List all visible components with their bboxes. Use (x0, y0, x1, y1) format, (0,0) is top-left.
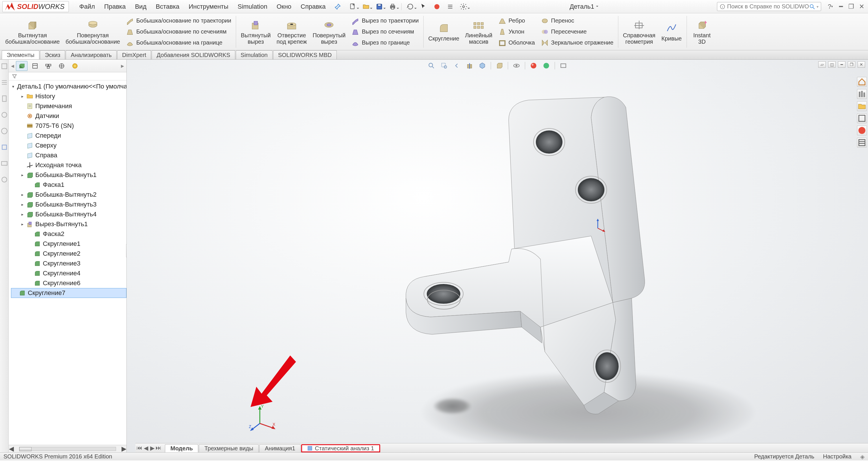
config-tab[interactable] (42, 61, 54, 71)
tp-design-lib-icon[interactable] (1, 79, 8, 86)
menu-view[interactable]: Вид (130, 1, 151, 12)
tree-filter[interactable] (9, 72, 126, 81)
tab-3d-views[interactable]: Трехмерные виды (199, 444, 259, 452)
tree-item[interactable]: ▸Бобышка-Вытянуть2 (11, 190, 126, 199)
rib-button[interactable]: Ребро (495, 15, 538, 26)
tp-appearance-icon[interactable] (1, 127, 8, 135)
display-style-icon[interactable] (495, 61, 504, 70)
tab-animation[interactable]: Анимация1 (259, 444, 301, 452)
tree-item[interactable]: Скругление2 (11, 249, 126, 258)
print-icon[interactable] (388, 2, 397, 11)
tp-drawing-icon[interactable] (1, 144, 8, 151)
doc-min-button[interactable]: ━ (838, 61, 845, 68)
menu-help[interactable]: Справка (296, 1, 330, 12)
view-orient-icon[interactable] (478, 61, 487, 70)
boundary-boss-button[interactable]: Бобышка/основание на границе (123, 37, 234, 48)
tree-item[interactable]: ▸Бобышка-Вытянуть1 (11, 170, 126, 180)
tree-root[interactable]: ▾ Деталь1 (По умолчанию<<По умолчан (11, 82, 126, 91)
tp-palette-icon[interactable] (857, 114, 867, 123)
linear-pattern-button[interactable]: Линейный массив (462, 14, 495, 49)
appearance-icon[interactable] (529, 61, 538, 70)
intersect-button[interactable]: Пересечение (538, 26, 617, 37)
hide-show-icon[interactable] (512, 61, 521, 70)
tree-item[interactable]: Фаска2 (11, 229, 126, 239)
model-bracket[interactable] (384, 74, 703, 421)
tp-home-icon[interactable] (857, 77, 867, 87)
new-icon[interactable] (348, 2, 357, 11)
tree-item[interactable]: Скругление1 (11, 239, 126, 249)
tree-item[interactable]: ▸Бобышка-Вытянуть3 (11, 199, 126, 210)
tree-item[interactable]: Скругление7 (11, 288, 126, 298)
scene-icon[interactable] (542, 61, 551, 70)
close-button[interactable]: ✕ (858, 3, 866, 11)
select-icon[interactable] (419, 2, 428, 11)
options-list-icon[interactable] (445, 2, 455, 11)
status-custom[interactable]: Настройка (823, 453, 851, 460)
tab-evaluate[interactable]: Анализировать (66, 50, 117, 59)
tp-view-icon[interactable] (1, 111, 8, 119)
zoom-fit-icon[interactable] (427, 61, 436, 70)
options-color-icon[interactable] (432, 2, 441, 11)
doc-close-button[interactable]: ✕ (858, 61, 865, 68)
help-icon[interactable]: ?▾ (826, 3, 834, 11)
doc-split-button[interactable]: ◫ (828, 61, 836, 68)
extruded-boss-button[interactable]: Вытянутая бобышка/основание (2, 14, 62, 49)
maximize-button[interactable]: ❐ (847, 3, 855, 11)
graphics-viewport[interactable]: ▱ ◫ ━ ❐ ✕ (127, 60, 868, 452)
tab-model[interactable]: Модель (165, 444, 198, 452)
doc-popup-button[interactable]: ▱ (818, 61, 826, 68)
feature-tree-tab[interactable] (16, 61, 28, 71)
revolved-cut-button[interactable]: Повернутый вырез (310, 14, 349, 49)
tab-elements[interactable]: Элементы (2, 50, 39, 59)
tab-mbd[interactable]: SOLIDWORKS MBD (273, 50, 337, 59)
menu-insert[interactable]: Вставка (151, 1, 184, 12)
lofted-cut-button[interactable]: Вырез по сечениям (348, 26, 422, 37)
open-icon[interactable] (361, 2, 371, 11)
mirror-button[interactable]: Зеркальное отражение (538, 37, 617, 48)
dimxpert-tab[interactable] (56, 61, 67, 71)
tp-appear-icon[interactable] (857, 126, 867, 135)
search-icon[interactable] (809, 3, 815, 10)
pin-icon[interactable] (333, 2, 342, 11)
doc-max-button[interactable]: ❐ (848, 61, 855, 68)
rebuild-icon[interactable] (406, 2, 415, 11)
tree-item[interactable]: Датчики (11, 111, 126, 121)
boundary-cut-button[interactable]: Вырез по границе (348, 37, 422, 48)
minimize-button[interactable]: ━ (837, 3, 845, 11)
tab-addins[interactable]: Добавления SOLIDWORKS (152, 50, 235, 59)
tree-item[interactable]: ▸Вырез-Вытянуть1 (11, 219, 126, 229)
tree-item[interactable]: Сверху (11, 140, 126, 150)
tab-prev-icon[interactable]: ◀ (143, 445, 149, 451)
swept-boss-button[interactable]: Бобышка/основание по траектории (123, 15, 234, 26)
render-icon[interactable] (559, 61, 568, 70)
menu-window[interactable]: Окно (272, 1, 296, 12)
zoom-area-icon[interactable] (440, 61, 448, 70)
tab-next-icon[interactable]: ▶ (149, 445, 155, 451)
menu-simulation[interactable]: Simulation (233, 1, 272, 12)
tp-display-icon[interactable] (1, 160, 8, 167)
save-icon[interactable] (375, 2, 384, 11)
fillet-button[interactable]: Скругление (425, 14, 462, 49)
tp-library-icon[interactable] (857, 89, 867, 99)
tree-item[interactable]: Скругление3 (11, 258, 126, 269)
menu-tools[interactable]: Инструменты (184, 1, 233, 12)
tp-explorer-icon[interactable] (857, 101, 867, 111)
shell-button[interactable]: Оболочка (495, 37, 538, 48)
instant3d-button[interactable]: Instant 3D (689, 14, 715, 49)
help-search[interactable]: ▾ (717, 2, 821, 11)
reference-geometry-button[interactable]: Справочная геометрия (620, 14, 658, 49)
panel-hscroll[interactable]: ◀▶ (9, 445, 126, 452)
status-menu-icon[interactable]: ◈ (860, 453, 865, 460)
tree-item[interactable]: Фаска1 (11, 180, 126, 190)
tp-forum-icon[interactable] (1, 176, 8, 183)
tree-item[interactable]: Исходная точка (11, 160, 126, 170)
settings-icon[interactable] (459, 2, 468, 11)
curves-button[interactable]: Кривые (658, 14, 685, 49)
tab-last-icon[interactable]: ⏭ (156, 445, 161, 451)
lofted-boss-button[interactable]: Бобышка/основание по сечениям (123, 26, 234, 37)
tp-prop-icon[interactable] (857, 138, 867, 148)
tp-file-icon[interactable] (1, 95, 8, 102)
tab-first-icon[interactable]: ⏮ (136, 445, 142, 451)
tree-item[interactable]: Скругление6 (11, 278, 126, 288)
property-tab[interactable] (29, 61, 41, 71)
